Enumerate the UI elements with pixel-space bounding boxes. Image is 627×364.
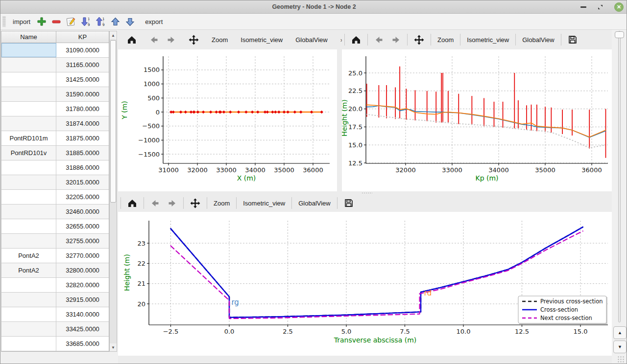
- name-cell[interactable]: [1, 322, 56, 336]
- kp-cell[interactable]: 31875.0000: [56, 131, 109, 145]
- isometric-view-button[interactable]: Isometric_view: [239, 198, 289, 208]
- name-cell[interactable]: PontA2: [1, 263, 56, 277]
- column-header-name[interactable]: Name: [1, 31, 56, 43]
- kp-cell[interactable]: 31885.0000: [56, 146, 109, 160]
- home-button[interactable]: [123, 34, 141, 46]
- home-button[interactable]: [123, 197, 141, 209]
- save-button[interactable]: [564, 33, 581, 46]
- name-cell[interactable]: [1, 351, 56, 352]
- kp-cell[interactable]: 32655.0000: [56, 219, 109, 233]
- zoom-button[interactable]: Zoom: [208, 35, 232, 45]
- kp-cell[interactable]: 31886.0000: [56, 160, 109, 175]
- forward-button[interactable]: [164, 198, 181, 209]
- sort-descending-button[interactable]: 1 9: [79, 15, 92, 28]
- name-cell[interactable]: [1, 278, 56, 292]
- svg-text:1500: 1500: [144, 66, 160, 73]
- zoom-button[interactable]: Zoom: [210, 198, 234, 208]
- home-button[interactable]: [347, 34, 365, 46]
- pan-button[interactable]: [410, 33, 428, 46]
- remove-row-button[interactable]: [50, 15, 63, 28]
- import-button[interactable]: import: [9, 16, 34, 27]
- cross-section-chart[interactable]: −2.50.02.55.07.510.012.515.020212223Tran…: [118, 212, 612, 356]
- minimize-button[interactable]: [580, 6, 586, 8]
- kp-cell[interactable]: 32015.0000: [56, 175, 109, 189]
- column-header-kp[interactable]: KP: [56, 31, 109, 43]
- name-cell[interactable]: [1, 337, 56, 351]
- pan-button[interactable]: [186, 197, 204, 210]
- name-cell[interactable]: [1, 58, 56, 72]
- kp-cell[interactable]: 33140.0000: [56, 307, 109, 321]
- name-cell[interactable]: PontRD101v: [1, 146, 56, 160]
- kp-cell[interactable]: 32770.0000: [56, 249, 109, 263]
- name-cell[interactable]: [1, 72, 56, 87]
- name-cell[interactable]: [1, 234, 56, 248]
- name-cell[interactable]: [1, 219, 56, 233]
- table-scrollbar[interactable]: ▲ ▼: [109, 31, 117, 352]
- kp-cell[interactable]: 33425.0000: [56, 322, 109, 336]
- global-view-button[interactable]: GlobalView: [294, 198, 335, 208]
- kp-cell[interactable]: [56, 351, 109, 352]
- name-cell[interactable]: [1, 160, 56, 175]
- zoom-button[interactable]: Zoom: [434, 35, 458, 45]
- kp-cell[interactable]: 31165.0000: [56, 58, 109, 72]
- kp-cell[interactable]: 32755.0000: [56, 234, 109, 248]
- name-cell[interactable]: [1, 102, 56, 116]
- isometric-view-button[interactable]: Isometric_view: [237, 35, 287, 45]
- global-view-button[interactable]: GlobalView: [518, 35, 558, 45]
- slider-down-button[interactable]: ▼: [613, 341, 627, 353]
- kp-cell[interactable]: 32820.0000: [56, 278, 109, 292]
- vertical-slider-thumb[interactable]: [615, 31, 624, 38]
- back-button[interactable]: [145, 34, 163, 46]
- name-cell[interactable]: [1, 293, 56, 307]
- export-button[interactable]: export: [141, 16, 167, 27]
- sort-ascending-button[interactable]: 1 9: [94, 15, 107, 28]
- name-cell[interactable]: [1, 116, 56, 131]
- forward-button[interactable]: [387, 34, 405, 46]
- name-cell[interactable]: [1, 205, 56, 219]
- slider-up-button[interactable]: ▲: [613, 326, 627, 339]
- kp-cell[interactable]: 31780.0000: [56, 102, 109, 116]
- edit-row-button[interactable]: [65, 15, 77, 28]
- name-cell[interactable]: PontA2: [1, 249, 56, 263]
- kp-cell[interactable]: 32205.0000: [56, 190, 109, 204]
- svg-text:500: 500: [147, 94, 160, 102]
- move-up-icon: [110, 17, 121, 27]
- kp-cell[interactable]: 32460.0000: [56, 205, 109, 219]
- kp-cell[interactable]: 31090.0000: [56, 43, 109, 57]
- isometric-view-button[interactable]: Isometric_view: [463, 35, 513, 45]
- kp-cell[interactable]: 31590.0000: [56, 87, 109, 101]
- name-cell[interactable]: [1, 190, 56, 204]
- pan-button[interactable]: [185, 33, 203, 46]
- window-resize-grip[interactable]: [617, 356, 625, 363]
- scroll-down-icon[interactable]: ▼: [110, 343, 117, 351]
- move-down-button[interactable]: [123, 15, 136, 28]
- kp-cell[interactable]: 32800.0000: [56, 263, 109, 277]
- restore-button[interactable]: [597, 4, 603, 10]
- save-button[interactable]: [340, 197, 358, 209]
- kp-cell[interactable]: 31874.0000: [56, 116, 109, 131]
- table-scrollbar-thumb[interactable]: [110, 40, 116, 203]
- kp-cell[interactable]: 33685.0000: [56, 337, 109, 351]
- back-button[interactable]: [370, 34, 387, 46]
- kp-cell[interactable]: 31425.0000: [56, 72, 109, 87]
- selected-name-cell[interactable]: [1, 43, 56, 57]
- global-view-button[interactable]: GlobalView: [291, 35, 332, 45]
- forward-button[interactable]: [163, 34, 180, 46]
- scroll-up-icon[interactable]: ▲: [110, 31, 117, 39]
- name-cell[interactable]: [1, 307, 56, 321]
- plan-view-chart[interactable]: 3100032000330003400035000360001500100050…: [118, 49, 337, 191]
- kp-cell[interactable]: 32915.0000: [56, 293, 109, 307]
- add-row-button[interactable]: [35, 15, 48, 28]
- move-up-button[interactable]: [109, 15, 121, 28]
- vertical-slider-track[interactable]: [618, 31, 621, 322]
- svg-text:17.5: 17.5: [348, 123, 362, 131]
- back-button[interactable]: [146, 198, 164, 209]
- add-icon: [37, 17, 47, 26]
- name-cell[interactable]: [1, 87, 56, 101]
- close-button[interactable]: ✕: [614, 2, 624, 12]
- name-cell[interactable]: PontRD101m: [1, 131, 56, 145]
- svg-text:Cross-section: Cross-section: [540, 306, 578, 313]
- name-cell[interactable]: [1, 175, 56, 189]
- toolbar-grip[interactable]: [2, 16, 6, 27]
- profile-chart[interactable]: 320003300034000350003600025.022.520.017.…: [342, 49, 612, 191]
